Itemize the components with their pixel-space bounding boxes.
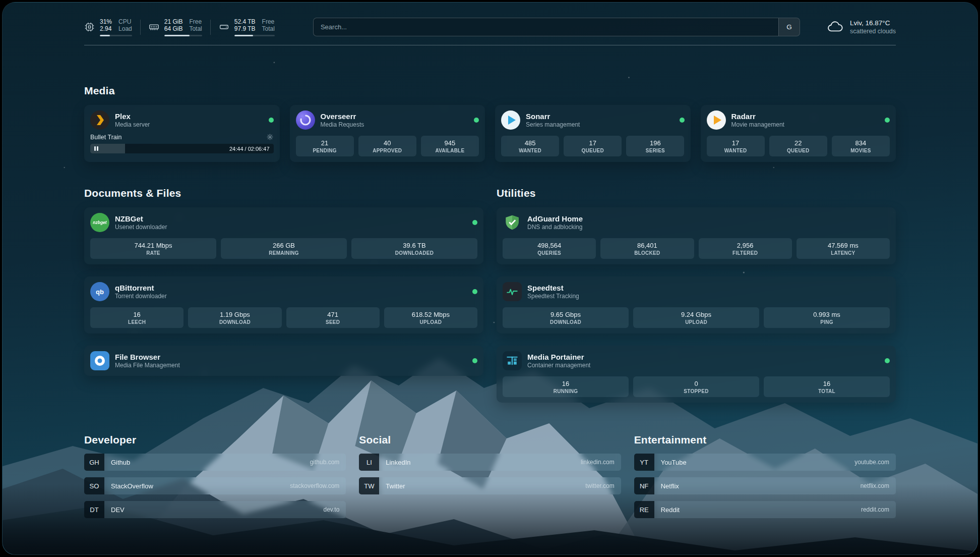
bookmark-url: twitter.com bbox=[585, 482, 614, 489]
weather-widget[interactable]: Lviv, 16.87°C scattered clouds bbox=[826, 19, 896, 35]
pause-icon[interactable] bbox=[94, 146, 98, 151]
disk-icon bbox=[219, 22, 229, 32]
portainer-icon bbox=[503, 351, 522, 370]
service-link-filebrowser[interactable]: File Browser Media File Management bbox=[90, 351, 477, 370]
service-link-adguard[interactable]: AdGuard Home DNS and adblocking bbox=[503, 213, 890, 232]
service-title: AdGuard Home bbox=[527, 214, 583, 224]
bookmark-name: YouTube bbox=[661, 459, 687, 466]
bookmarks-developer: Developer GH Github github.com SO StackO… bbox=[84, 434, 346, 518]
memory-icon bbox=[149, 22, 159, 32]
service-link-radarr[interactable]: Radarr Movie management bbox=[707, 110, 890, 130]
stat-download: 1.19 Gbps DOWNLOAD bbox=[188, 307, 281, 328]
stat-seed: 471 SEED bbox=[286, 307, 380, 328]
stat-wanted: 485 WANTED bbox=[501, 136, 559, 156]
bookmark-name: Netflix bbox=[661, 482, 679, 490]
service-card-portainer: Media Portainer Container management 16 … bbox=[497, 346, 896, 403]
section-title-entertainment: Entertainment bbox=[634, 434, 896, 446]
service-subtitle: DNS and adblocking bbox=[527, 224, 583, 231]
disk-total: 97.9 TB bbox=[234, 25, 256, 33]
bookmark-netflix[interactable]: NF Netflix netflix.com bbox=[634, 477, 896, 494]
service-card-qbittorrent: qb qBittorrent Torrent downloader 16 bbox=[84, 276, 483, 333]
bookmarks-entertainment: Entertainment YT YouTube youtube.com NF … bbox=[634, 434, 896, 518]
settings-gear-icon[interactable] bbox=[266, 133, 274, 141]
bookmark-youtube[interactable]: YT YouTube youtube.com bbox=[634, 454, 896, 471]
service-title: Radarr bbox=[731, 112, 784, 121]
bookmark-github[interactable]: GH Github github.com bbox=[84, 454, 346, 471]
status-online-dot bbox=[474, 118, 479, 123]
search-provider-button[interactable]: G bbox=[778, 18, 800, 36]
disk-free: 52.4 TB bbox=[234, 18, 256, 26]
cpu-label-1: CPU bbox=[118, 18, 132, 26]
bookmark-stackoverflow[interactable]: SO StackOverflow stackoverflow.com bbox=[84, 477, 346, 494]
bookmark-name: StackOverflow bbox=[111, 482, 153, 490]
bookmark-url: youtube.com bbox=[854, 459, 889, 466]
service-title: Media Portainer bbox=[527, 353, 590, 362]
section-title-documents: Documents & Files bbox=[84, 187, 483, 199]
section-title-social: Social bbox=[359, 434, 621, 446]
topbar: 31% 2.94 CPU Load bbox=[84, 18, 896, 36]
cpu-percent: 31% bbox=[100, 18, 112, 26]
section-title-utilities: Utilities bbox=[497, 187, 896, 199]
stat-running: 16 RUNNING bbox=[503, 376, 629, 397]
stat-approved: 40 APPROVED bbox=[358, 136, 416, 156]
service-link-plex[interactable]: Plex Media server bbox=[90, 110, 274, 130]
bookmark-url: reddit.com bbox=[861, 506, 889, 513]
bookmark-abbr: RE bbox=[634, 501, 654, 518]
stat-downloaded: 39.6 TB DOWNLOADED bbox=[351, 238, 477, 259]
playback-time: 24:44 / 02:06:47 bbox=[229, 146, 270, 152]
service-card-radarr: Radarr Movie management 17 WANTED 22 QUE… bbox=[701, 105, 896, 162]
bookmark-name: LinkedIn bbox=[386, 459, 410, 466]
service-link-speedtest[interactable]: Speedtest Speedtest Tracking bbox=[503, 282, 890, 301]
documents-column: Documents & Files nzbget NZBGet Usenet d… bbox=[84, 187, 483, 376]
memory-widget: 21 GiB 64 GiB Free Total bbox=[141, 18, 210, 36]
utilities-column: Utilities bbox=[497, 187, 896, 403]
search-bar: G bbox=[313, 18, 800, 36]
service-link-portainer[interactable]: Media Portainer Container management bbox=[503, 351, 890, 370]
bookmark-twitter[interactable]: TW Twitter twitter.com bbox=[359, 477, 621, 494]
dashboard-screen: 31% 2.94 CPU Load bbox=[2, 2, 978, 555]
service-subtitle: Media Requests bbox=[321, 121, 364, 129]
bookmark-dev[interactable]: DT DEV dev.to bbox=[84, 501, 346, 518]
stat-pending: 21 PENDING bbox=[296, 136, 354, 156]
plex-player-bar[interactable]: 24:44 / 02:06:47 bbox=[90, 144, 274, 153]
media-grid: Plex Media server Bullet Train bbox=[84, 105, 896, 162]
weather-location: Lviv, 16.87°C bbox=[850, 19, 896, 27]
bookmark-abbr: LI bbox=[359, 454, 379, 471]
service-card-sonarr: Sonarr Series management 485 WANTED 17 Q… bbox=[495, 105, 691, 162]
service-card-adguard: AdGuard Home DNS and adblocking 498,564 … bbox=[497, 207, 896, 264]
service-link-qbittorrent[interactable]: qb qBittorrent Torrent downloader bbox=[90, 282, 477, 301]
now-playing-title: Bullet Train bbox=[90, 134, 122, 141]
stat-available: 945 AVAILABLE bbox=[421, 136, 479, 156]
cpu-load: 2.94 bbox=[100, 25, 112, 33]
stat-filtered: 2,956 FILTERED bbox=[699, 238, 792, 259]
status-online-dot bbox=[472, 358, 477, 363]
header-divider bbox=[84, 45, 896, 45]
service-title: File Browser bbox=[115, 353, 180, 362]
bookmark-abbr: GH bbox=[84, 454, 104, 471]
stat-latency: 47.569 ms LATENCY bbox=[797, 238, 890, 259]
cpu-widget: 31% 2.94 CPU Load bbox=[84, 18, 140, 36]
service-link-overseerr[interactable]: Overseerr Media Requests bbox=[296, 110, 479, 130]
bookmarks-social: Social LI LinkedIn linkedin.com TW Twitt… bbox=[359, 434, 621, 518]
memory-total: 64 GiB bbox=[164, 25, 183, 33]
plex-icon bbox=[90, 110, 109, 130]
bookmark-reddit[interactable]: RE Reddit reddit.com bbox=[634, 501, 896, 518]
search-input[interactable] bbox=[314, 18, 778, 36]
service-link-nzbget[interactable]: nzbget NZBGet Usenet downloader bbox=[90, 213, 477, 232]
status-online-dot bbox=[269, 118, 274, 123]
resource-widgets: 31% 2.94 CPU Load bbox=[84, 18, 283, 36]
bookmark-url: linkedin.com bbox=[581, 459, 615, 466]
memory-progress-bar bbox=[164, 35, 202, 36]
cpu-icon bbox=[84, 22, 95, 32]
service-link-sonarr[interactable]: Sonarr Series management bbox=[501, 110, 685, 130]
bookmark-abbr: DT bbox=[84, 501, 104, 518]
service-subtitle: Series management bbox=[526, 121, 580, 129]
bookmark-url: dev.to bbox=[324, 506, 340, 513]
stat-upload: 9.24 Gbps UPLOAD bbox=[633, 307, 759, 328]
bookmarks-section: Developer GH Github github.com SO StackO… bbox=[84, 434, 896, 518]
stat-series: 196 SERIES bbox=[626, 136, 684, 156]
cpu-progress-bar bbox=[100, 35, 132, 36]
service-title: Speedtest bbox=[527, 284, 579, 293]
bookmark-linkedin[interactable]: LI LinkedIn linkedin.com bbox=[359, 454, 621, 471]
service-card-nzbget: nzbget NZBGet Usenet downloader 744.21 M… bbox=[84, 207, 483, 264]
